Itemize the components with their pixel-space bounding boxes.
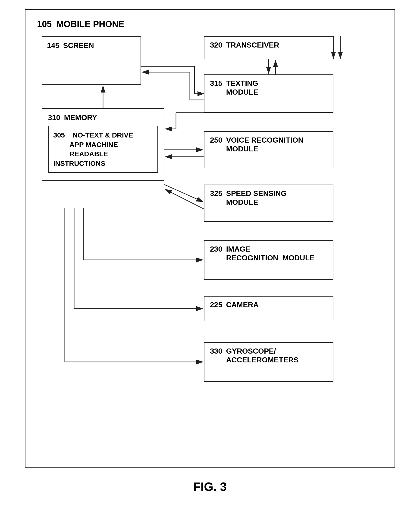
arrows-svg xyxy=(37,36,383,453)
diagram-container: 105 MOBILE PHONE 145 SCREEN 310 MEMORY 3… xyxy=(25,9,395,468)
figure-label: FIG. 3 xyxy=(193,480,227,494)
svg-line-16 xyxy=(164,185,203,202)
svg-line-17 xyxy=(165,189,204,209)
outer-label: 105 MOBILE PHONE xyxy=(37,19,383,29)
outer-title: MOBILE PHONE xyxy=(56,19,124,29)
outer-ref: 105 xyxy=(37,19,52,29)
